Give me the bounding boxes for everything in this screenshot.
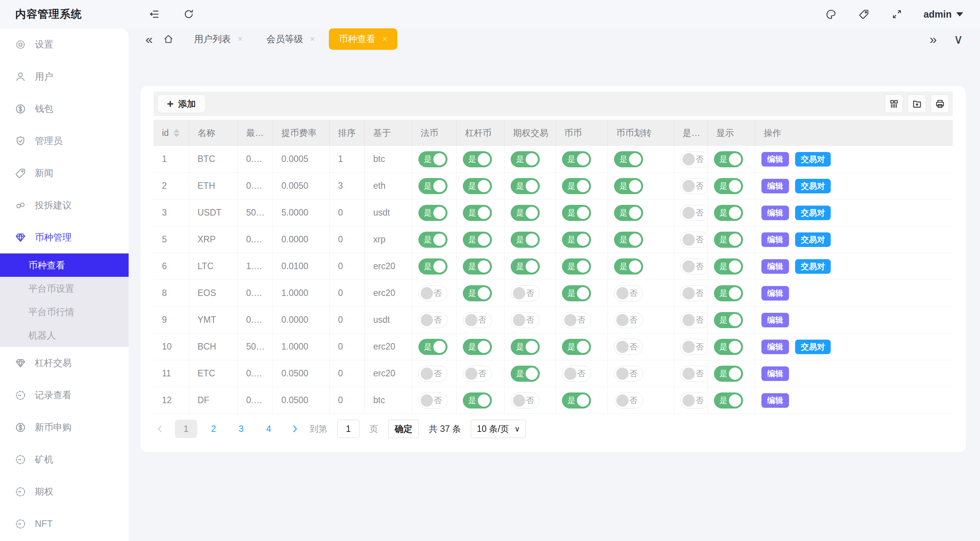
sidebar-item-new-coin[interactable]: 新币申购 <box>0 411 129 443</box>
collapse-sidebar-button[interactable] <box>148 8 161 21</box>
toggle-lever-on[interactable]: 是 <box>463 205 492 221</box>
toggle-transfer-on[interactable]: 是 <box>614 151 643 167</box>
toggle-lever-on[interactable]: 是 <box>463 232 492 248</box>
toggle-show-on[interactable]: 是 <box>714 151 743 167</box>
toggle-fiat-on[interactable]: 是 <box>418 232 448 248</box>
toggle-option-on[interactable]: 是 <box>511 258 540 275</box>
toggle-lever-on[interactable]: 是 <box>463 178 492 194</box>
toggle-option-on[interactable]: 是 <box>511 339 540 355</box>
toggle-option-on[interactable]: 是 <box>511 151 540 167</box>
edit-button[interactable]: 编辑 <box>761 366 789 381</box>
toggle-option-off[interactable]: 否 <box>511 392 540 409</box>
toggle-coin-on[interactable]: 是 <box>562 178 591 194</box>
sidebar-item-option[interactable]: 期权 <box>0 476 129 508</box>
toggle-fiat-on[interactable]: 是 <box>418 339 448 355</box>
sidebar-item-records[interactable]: 记录查看 <box>0 379 129 411</box>
toggle-fiat-off[interactable]: 否 <box>418 285 448 301</box>
refresh-button[interactable] <box>182 8 195 21</box>
toggle-transfer-on[interactable]: 是 <box>614 178 643 194</box>
toggle-coin-on[interactable]: 是 <box>562 232 591 248</box>
toggle-fiat-off[interactable]: 否 <box>418 366 448 382</box>
toggle-show-on[interactable]: 是 <box>714 366 743 382</box>
tab-会员等级[interactable]: 会员等级× <box>256 28 325 50</box>
tabs-scroll-left-button[interactable]: « <box>145 33 153 46</box>
edit-button[interactable]: 编辑 <box>761 313 789 327</box>
sidebar-item-users[interactable]: 用户 <box>0 60 129 93</box>
toggle-option-on[interactable]: 是 <box>511 232 540 248</box>
toggle-coin-on[interactable]: 是 <box>562 205 591 221</box>
pair-button[interactable]: 交易对 <box>795 206 831 220</box>
toggle-show-on[interactable]: 是 <box>714 178 743 194</box>
toggle-fiat-off[interactable]: 否 <box>418 312 448 328</box>
submenu-item-coin-view[interactable]: 币种查看 <box>0 253 129 277</box>
sidebar-item-nft[interactable]: NFT <box>0 508 129 540</box>
edit-button[interactable]: 编辑 <box>761 232 789 247</box>
tab-币种查看[interactable]: 币种查看× <box>329 28 397 50</box>
tab-close-icon[interactable]: × <box>310 34 315 44</box>
pair-button[interactable]: 交易对 <box>795 259 831 274</box>
toggle-recommend-off[interactable]: 否 <box>680 151 708 167</box>
toggle-coin-on[interactable]: 是 <box>562 151 591 167</box>
toggle-coin-on[interactable]: 是 <box>562 285 591 301</box>
pair-button[interactable]: 交易对 <box>795 152 831 167</box>
submenu-item-robot[interactable]: 机器人 <box>0 324 129 347</box>
toggle-recommend-off[interactable]: 否 <box>680 285 708 301</box>
toggle-recommend-off[interactable]: 否 <box>680 178 708 194</box>
toggle-fiat-on[interactable]: 是 <box>418 258 448 275</box>
edit-button[interactable]: 编辑 <box>761 393 789 408</box>
toggle-coin-off[interactable]: 否 <box>562 312 591 328</box>
tabs-dropdown-button[interactable]: ∨ <box>954 33 963 46</box>
home-tab-button[interactable] <box>163 33 174 45</box>
toggle-lever-off[interactable]: 否 <box>463 312 492 328</box>
edit-button[interactable]: 编辑 <box>761 286 789 301</box>
edit-button[interactable]: 编辑 <box>761 152 789 167</box>
toggle-option-on[interactable]: 是 <box>511 178 540 194</box>
sidebar-item-suggest[interactable]: 投拆建议 <box>0 189 129 221</box>
tab-close-icon[interactable]: × <box>238 34 243 44</box>
jump-page-input[interactable] <box>337 420 359 438</box>
tags-button[interactable] <box>858 8 871 21</box>
sidebar-item-miner[interactable]: 矿机 <box>0 443 129 476</box>
column-header-id[interactable]: id <box>154 120 189 146</box>
sidebar-item-news[interactable]: 新闻 <box>0 157 129 189</box>
export-button[interactable] <box>908 95 926 113</box>
sidebar-item-lever[interactable]: 杠杆交易 <box>0 347 129 379</box>
edit-button[interactable]: 编辑 <box>761 179 789 193</box>
page-size-select[interactable]: 10 条/页 ∨ <box>471 420 526 438</box>
sidebar-item-settings[interactable]: 设置 <box>0 28 129 60</box>
edit-button[interactable]: 编辑 <box>761 206 789 220</box>
print-button[interactable] <box>931 95 949 113</box>
toggle-recommend-off[interactable]: 否 <box>680 258 708 275</box>
toggle-recommend-off[interactable]: 否 <box>680 392 708 409</box>
confirm-button[interactable]: 确定 <box>388 420 419 438</box>
add-button[interactable]: + 添加 <box>157 95 206 113</box>
pagination-prev-button[interactable] <box>155 424 165 434</box>
fullscreen-button[interactable] <box>890 8 903 21</box>
toggle-fiat-off[interactable]: 否 <box>418 392 448 409</box>
pair-button[interactable]: 交易对 <box>795 232 831 247</box>
page-number-1[interactable]: 1 <box>175 420 197 438</box>
tab-close-icon[interactable]: × <box>382 34 387 44</box>
toggle-option-off[interactable]: 否 <box>511 285 540 301</box>
toggle-option-off[interactable]: 否 <box>511 312 540 328</box>
toggle-transfer-off[interactable]: 否 <box>614 339 643 355</box>
edit-button[interactable]: 编辑 <box>761 259 789 274</box>
tab-用户列表[interactable]: 用户列表× <box>184 28 253 50</box>
toggle-show-on[interactable]: 是 <box>714 205 743 221</box>
tabs-scroll-right-button[interactable]: » <box>929 33 937 46</box>
sidebar-item-coins[interactable]: 币种管理 <box>0 221 129 253</box>
toggle-coin-on[interactable]: 是 <box>562 339 591 355</box>
toggle-transfer-on[interactable]: 是 <box>614 205 643 221</box>
toggle-show-on[interactable]: 是 <box>714 312 743 328</box>
toggle-transfer-off[interactable]: 否 <box>614 366 643 382</box>
sort-icon[interactable] <box>173 129 180 137</box>
toggle-transfer-on[interactable]: 是 <box>614 232 643 248</box>
sidebar-item-admins[interactable]: 管理员 <box>0 125 129 157</box>
submenu-item-platform-coin-market[interactable]: 平台币行情 <box>0 300 129 324</box>
submenu-item-platform-coin-setting[interactable]: 平台币设置 <box>0 277 129 300</box>
toggle-lever-on[interactable]: 是 <box>463 258 492 275</box>
toggle-show-on[interactable]: 是 <box>714 392 743 409</box>
toggle-recommend-off[interactable]: 否 <box>680 205 708 221</box>
toggle-transfer-off[interactable]: 否 <box>614 312 643 328</box>
toggle-recommend-off[interactable]: 否 <box>680 366 708 382</box>
